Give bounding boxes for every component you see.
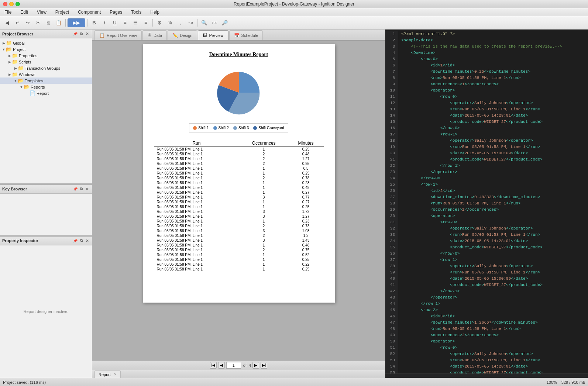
tab-preview[interactable]: 🖼 Preview: [198, 30, 228, 40]
table-cell: 1: [240, 185, 288, 190]
toolbar-comma-btn[interactable]: ,: [175, 18, 185, 27]
toolbar-redo-btn[interactable]: ↪: [23, 18, 32, 27]
bottom-tab-report[interactable]: Report ✕: [94, 371, 121, 378]
toolbar-align-left-btn[interactable]: ≡: [120, 18, 130, 27]
table-row: Run 05/05 01:58 PM, Line 110.27: [154, 190, 324, 195]
table-row: Run 05/05 01:58 PM, Line 131.27: [154, 214, 324, 219]
close-button[interactable]: [3, 2, 7, 6]
xml-line-content: <row-0>: [398, 94, 457, 100]
menubar: File Edit View Project Component Pages T…: [0, 8, 588, 16]
tab-schedule[interactable]: 📅 Schedule: [229, 30, 263, 40]
first-page-btn[interactable]: |◀: [210, 362, 217, 369]
table-cell: 0.27: [288, 200, 324, 204]
xml-line-number: 41: [385, 282, 398, 288]
toolbar-align-center-btn[interactable]: ☰: [131, 18, 140, 27]
tree-item-project[interactable]: ▼ 📂 Project: [0, 46, 92, 52]
legend-label-shift1: Shift 1: [198, 126, 209, 130]
panel-float-btn[interactable]: ⧉: [79, 31, 84, 37]
xml-line-number: 24: [385, 175, 398, 182]
center-area: 📋 Report Overview 🗄 Data ✏️ Design 🖼 Pre…: [92, 30, 385, 378]
toolbar-bold-btn[interactable]: B: [89, 18, 99, 27]
tree-toggle-reports[interactable]: ▼: [19, 85, 24, 89]
xml-line-content: </row-0>: [398, 125, 460, 131]
toolbar-paste-btn[interactable]: 📋: [54, 18, 63, 27]
tree-item-windows[interactable]: ▶ 📁 Windows: [0, 71, 92, 77]
tab-design[interactable]: ✏️ Design: [168, 30, 197, 40]
toolbar-undo-btn[interactable]: ↩: [13, 18, 22, 27]
toolbar-back-btn[interactable]: ◀: [2, 18, 12, 27]
xml-line: 47 <downtime_minutes>1.26667</downtime_m…: [385, 320, 588, 326]
menu-help[interactable]: Help: [149, 9, 161, 15]
xml-line-content: <occurrences>1</occurrences>: [398, 81, 499, 87]
minimize-button[interactable]: [9, 2, 14, 6]
menu-pages[interactable]: Pages: [108, 9, 124, 15]
property-inspector-float-btn[interactable]: ⧉: [79, 238, 84, 243]
xml-line: 15 <product_code>WIDGET_27</product_code…: [385, 119, 588, 125]
maximize-button[interactable]: [16, 2, 20, 6]
tree-item-report-file[interactable]: 📄 Report: [0, 90, 92, 96]
key-browser-pin-btn[interactable]: 📌: [73, 186, 78, 192]
panel-close-btn[interactable]: ✕: [85, 31, 90, 37]
menu-tools[interactable]: Tools: [130, 9, 143, 15]
report-file-icon: 📄: [30, 90, 35, 96]
toolbar-cut-btn[interactable]: ✂: [33, 18, 43, 27]
tree-toggle-windows[interactable]: ▶: [7, 73, 12, 76]
key-browser-close-btn[interactable]: ✕: [85, 186, 90, 192]
menu-component[interactable]: Component: [76, 9, 102, 15]
prev-page-btn[interactable]: ◀: [218, 362, 225, 369]
toolbar-decimal-btn[interactable]: ⁺.0: [186, 18, 195, 27]
xml-line-content: <run>Run 05/05 01:58 PM, Line 1</run>: [398, 269, 540, 276]
legend-label-shift3: Shift 3: [238, 126, 249, 130]
panel-header-icons: 📌 ⧉ ✕: [73, 31, 90, 37]
col-minutes: Minutes: [288, 140, 324, 147]
tree-item-properties[interactable]: ▶ 📁 Properties: [0, 52, 92, 59]
toolbar-italic-btn[interactable]: I: [100, 18, 109, 27]
tree-item-scripts[interactable]: ▶ 📁 Scripts: [0, 59, 92, 65]
xml-editor[interactable]: 1<?xml version="1.0" ?>2<sample-data>3 <…: [385, 30, 588, 373]
tree-toggle-transactions[interactable]: ▶: [13, 66, 18, 70]
table-row: Run 05/05 01:58 PM, Line 110.5: [154, 166, 324, 171]
toolbar-copy-btn[interactable]: ⎘: [44, 18, 53, 27]
tab-schedule-label: Schedule: [241, 33, 258, 38]
tree-item-reports[interactable]: ▼ 📂 Reports: [0, 84, 92, 90]
tab-report-overview-icon: 📋: [99, 33, 105, 38]
xml-line-content: <run>Run 05/05 01:58 PM, Line 1</run>: [398, 326, 520, 332]
xml-line-number: 16: [385, 125, 398, 131]
next-page-btn[interactable]: ▶: [252, 362, 259, 369]
toolbar-zoom-in-btn[interactable]: 🔍: [199, 18, 209, 27]
panel-pin-btn[interactable]: 📌: [73, 31, 78, 37]
tree-item-templates[interactable]: ▼ 📂 Templates: [0, 77, 92, 84]
bottom-tab-close-icon[interactable]: ✕: [114, 372, 117, 376]
toolbar-align-right-btn[interactable]: ≡: [141, 18, 151, 27]
key-browser-float-btn[interactable]: ⧉: [79, 186, 84, 192]
xml-line: 9 <occurrences>1</occurrences>: [385, 81, 588, 87]
tree-toggle-templates[interactable]: ▼: [13, 79, 18, 83]
xml-line: 48 <run>Run 05/05 01:58 PM, Line 1</run>: [385, 326, 588, 332]
toolbar-zoom-out-btn[interactable]: 🔎: [220, 18, 230, 27]
tree-toggle-global[interactable]: ▶: [1, 41, 6, 45]
col-run: Run: [154, 140, 240, 147]
page-input[interactable]: 1: [226, 362, 241, 369]
xml-scrollbar-bottom[interactable]: [385, 373, 588, 378]
tree-label-report-file: Report: [37, 91, 49, 96]
toolbar-zoom-actual-btn[interactable]: 100: [210, 18, 219, 27]
tree-item-global[interactable]: ▶ 📁 Global: [0, 40, 92, 46]
menu-file[interactable]: File: [3, 9, 13, 15]
tree-toggle-scripts[interactable]: ▶: [7, 60, 12, 64]
toolbar-dollar-btn[interactable]: $: [155, 18, 164, 27]
last-page-btn[interactable]: ▶|: [261, 362, 267, 369]
toolbar-preview-btn[interactable]: ▶▶: [68, 18, 85, 27]
property-inspector-pin-btn[interactable]: 📌: [73, 238, 78, 243]
table-cell: 1: [240, 190, 288, 195]
tree-item-transactions[interactable]: ▶ 📁 Transaction Groups: [0, 65, 92, 71]
toolbar-underline-btn[interactable]: U: [110, 18, 120, 27]
menu-view[interactable]: View: [35, 9, 48, 15]
toolbar-percent-btn[interactable]: %: [165, 18, 175, 27]
tree-toggle-properties[interactable]: ▶: [7, 54, 12, 58]
tab-report-overview[interactable]: 📋 Report Overview: [94, 30, 142, 40]
tree-toggle-project[interactable]: ▼: [1, 48, 6, 51]
menu-edit[interactable]: Edit: [19, 9, 30, 15]
property-inspector-close-btn[interactable]: ✕: [85, 238, 90, 243]
menu-project[interactable]: Project: [54, 9, 71, 15]
tab-data[interactable]: 🗄 Data: [142, 30, 167, 40]
